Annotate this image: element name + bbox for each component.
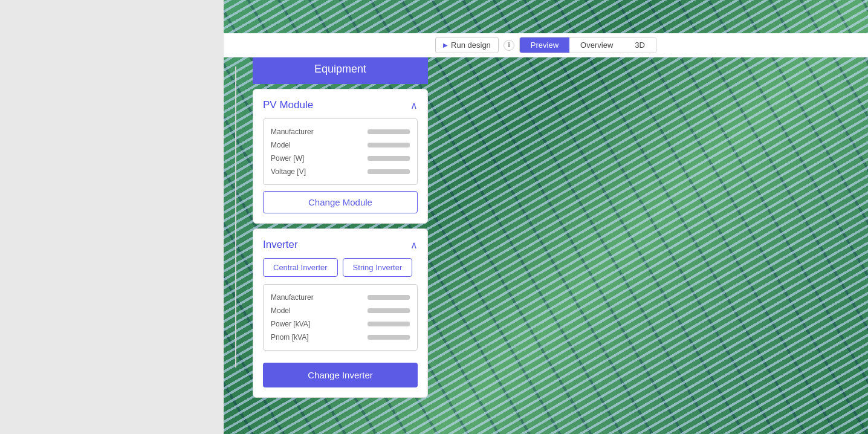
inverter-header: Inverter ∧ bbox=[263, 239, 418, 251]
pv-module-data-table: Manufacturer Model Power [W] Voltage [V] bbox=[263, 118, 418, 185]
pv-model-value bbox=[368, 143, 410, 147]
inverter-collapse-button[interactable]: ∧ bbox=[410, 239, 418, 251]
run-design-label: Run design bbox=[451, 40, 491, 50]
string-inverter-button[interactable]: String Inverter bbox=[343, 258, 413, 277]
inv-pnom-label: Pnom [kVA] bbox=[271, 333, 308, 342]
pv-model-label: Model bbox=[271, 141, 291, 149]
play-icon: ▶ bbox=[443, 42, 448, 48]
inv-pnom-row: Pnom [kVA] bbox=[271, 331, 410, 344]
info-icon[interactable]: ℹ bbox=[504, 40, 514, 51]
pv-module-header: PV Module ∧ bbox=[263, 99, 418, 111]
inv-power-value bbox=[368, 322, 410, 326]
pv-module-collapse-button[interactable]: ∧ bbox=[410, 100, 418, 111]
tab-3d[interactable]: 3D bbox=[624, 37, 656, 53]
tab-overview[interactable]: Overview bbox=[569, 37, 624, 53]
inv-power-label: Power [kVA] bbox=[271, 320, 310, 328]
inv-model-label: Model bbox=[271, 306, 291, 315]
pv-module-section: PV Module ∧ Manufacturer Model Power [W]… bbox=[253, 89, 428, 224]
pv-voltage-row: Voltage [V] bbox=[271, 165, 410, 178]
pv-power-label: Power [W] bbox=[271, 154, 304, 163]
equipment-title: Equipment bbox=[314, 63, 366, 75]
pv-module-title: PV Module bbox=[263, 99, 313, 111]
sidebar-nav bbox=[232, 60, 239, 374]
pv-model-row: Model bbox=[271, 138, 410, 152]
pv-voltage-label: Voltage [V] bbox=[271, 167, 306, 176]
inv-power-row: Power [kVA] bbox=[271, 317, 410, 331]
inv-model-row: Model bbox=[271, 304, 410, 317]
chevron-up-icon: ∧ bbox=[410, 100, 418, 111]
toolbar: ▶ Run design ℹ Preview Overview 3D bbox=[224, 33, 868, 57]
inverter-section: Inverter ∧ Central Inverter String Inver… bbox=[253, 228, 428, 398]
change-inverter-button[interactable]: Change Inverter bbox=[263, 363, 418, 387]
inv-manufacturer-label: Manufacturer bbox=[271, 293, 314, 302]
pv-manufacturer-row: Manufacturer bbox=[271, 125, 410, 138]
inverter-title: Inverter bbox=[263, 239, 298, 251]
nav-line bbox=[235, 66, 236, 368]
pv-manufacturer-label: Manufacturer bbox=[271, 128, 314, 136]
equipment-panel: Equipment PV Module ∧ Manufacturer Model… bbox=[253, 54, 428, 398]
pv-manufacturer-value bbox=[368, 129, 410, 134]
change-module-button[interactable]: Change Module bbox=[263, 191, 418, 213]
tab-preview[interactable]: Preview bbox=[520, 37, 569, 53]
inv-manufacturer-row: Manufacturer bbox=[271, 291, 410, 304]
equipment-header: Equipment bbox=[253, 54, 428, 84]
inverter-data-table: Manufacturer Model Power [kVA] Pnom [kVA… bbox=[263, 284, 418, 351]
inverter-toggle-group: Central Inverter String Inverter bbox=[263, 258, 418, 277]
view-tabs: Preview Overview 3D bbox=[519, 37, 656, 53]
inv-manufacturer-value bbox=[368, 295, 410, 300]
pv-power-row: Power [W] bbox=[271, 152, 410, 165]
pv-power-value bbox=[368, 156, 410, 161]
chevron-up-icon-inverter: ∧ bbox=[410, 239, 418, 251]
inv-model-value bbox=[368, 308, 410, 313]
run-design-button[interactable]: ▶ Run design bbox=[435, 37, 499, 53]
central-inverter-button[interactable]: Central Inverter bbox=[263, 258, 338, 277]
inv-pnom-value bbox=[368, 335, 410, 340]
pv-voltage-value bbox=[368, 169, 410, 174]
